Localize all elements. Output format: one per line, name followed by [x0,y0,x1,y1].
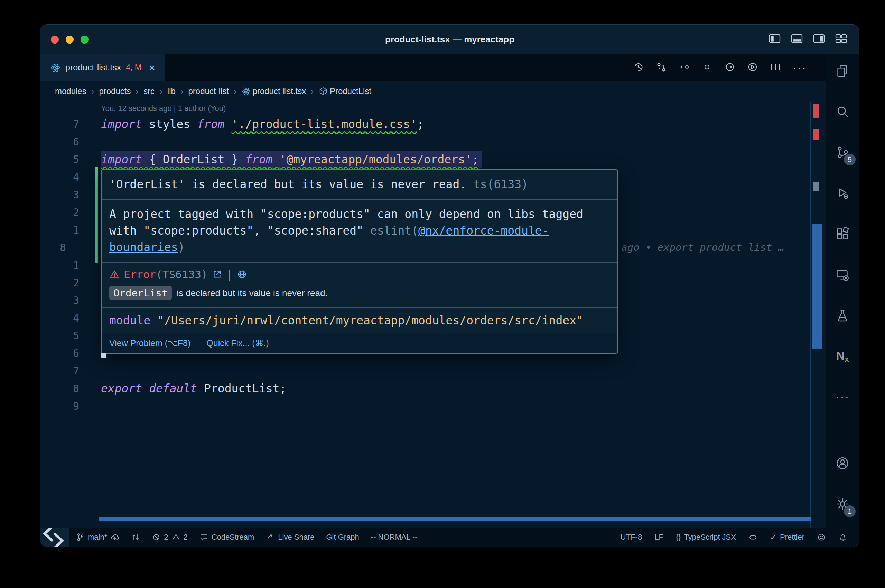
customize-layout-icon[interactable] [835,33,847,45]
feedback-smiley-icon [817,533,826,542]
breadcrumb-item[interactable]: product-list [188,86,228,96]
open-changes-icon[interactable] [656,62,667,74]
copilot-status-item[interactable] [748,533,757,542]
problems-item[interactable]: 2 2 [152,533,188,542]
search-icon[interactable] [829,98,856,125]
error-mark [813,129,819,140]
minimize-window-button[interactable] [66,36,74,44]
code-line: 8export default ProductList; [41,380,826,397]
source-control-icon[interactable]: 5 [829,138,856,166]
tooltip-module-row: module "/Users/juri/nrwl/content/myreact… [102,308,618,333]
git-graph-item[interactable]: Git Graph [326,533,359,542]
titlebar[interactable]: product-list.tsx — myreactapp [41,24,859,54]
globe-icon[interactable] [237,269,247,279]
git-branch-icon [76,533,85,542]
line-number: 6 [41,133,79,151]
line-number: 6 [41,345,79,362]
tooltip-detail-row: OrderList is declared but its value is n… [102,283,618,308]
rule-link[interactable]: @nx/enforce-module- [418,224,549,237]
traffic-lights [41,36,89,44]
breadcrumb-item[interactable]: products [99,86,131,96]
close-tab-icon[interactable]: × [149,63,155,73]
feedback-item[interactable] [817,533,826,542]
run-file-icon[interactable] [747,62,758,74]
settings-gear-icon[interactable]: 1 [829,490,856,518]
chevron-right-icon: › [233,86,237,97]
warning-icon [171,533,180,542]
breadcrumb-file[interactable]: product-list.tsx [242,86,306,96]
scm-badge: 5 [844,154,856,165]
line-number: 2 [41,204,79,221]
notifications-item[interactable] [838,533,847,542]
tab-product-list[interactable]: product-list.tsx 4, M × [41,54,165,81]
compare-changes-item[interactable] [131,533,140,542]
branch-status-item[interactable]: main* [76,533,119,542]
prev-change-icon[interactable] [679,62,690,74]
symbol-cube-icon [319,87,328,96]
code-line: 9 [41,397,826,415]
view-problem-link[interactable]: View Problem (⌥F8) [109,338,191,348]
breadcrumb-item[interactable]: lib [167,86,176,96]
vertical-scrollbar-thumb[interactable] [812,224,822,349]
code-content[interactable]: import { OrderList } from '@myreactapp/m… [101,151,482,168]
codelens-blame[interactable]: You, 12 seconds ago | 1 author (You) [41,102,826,116]
nx-console-icon[interactable]: Nx [829,342,856,370]
breadcrumb-item[interactable]: modules [55,86,86,96]
zoom-window-button[interactable] [81,36,89,44]
next-change-icon[interactable] [724,62,735,74]
symbol-chip: OrderList [109,286,172,300]
code-content[interactable]: import styles from './product-list.modul… [101,116,424,133]
braces-icon: {} [676,533,681,542]
tooltip-resize-grip[interactable] [101,353,106,358]
line-number: 4 [41,168,79,186]
remote-window-button[interactable] [41,528,69,546]
encoding-item[interactable]: UTF-8 [621,533,642,542]
code-line: 7import styles from './product-list.modu… [41,116,826,133]
quick-fix-link[interactable]: Quick Fix... (⌘.) [206,338,269,348]
line-number: 9 [41,397,79,415]
bell-icon [838,533,847,542]
prettier-item[interactable]: ✓Prettier [770,532,804,542]
explorer-icon[interactable] [829,57,856,85]
toggle-panel-icon[interactable] [790,33,803,45]
language-mode-item[interactable]: {}TypeScript JSX [676,533,736,542]
editor[interactable]: You, 12 seconds ago | 1 author (You) 7im… [41,102,826,528]
codestream-item[interactable]: CodeStream [200,533,254,542]
eol-item[interactable]: LF [654,533,663,542]
chevron-right-icon: › [159,86,163,97]
error-mark [813,104,819,118]
tab-bar: product-list.tsx 4, M × ··· [41,54,826,81]
account-icon[interactable] [829,450,856,477]
ruler-edge [810,102,811,528]
code-content[interactable]: export default ProductList; [101,380,286,397]
remote-explorer-icon[interactable] [829,261,856,288]
live-share-item[interactable]: Live Share [266,533,314,542]
line-number: 2 [41,274,79,292]
toggle-secondary-sidebar-icon[interactable] [813,33,825,45]
rule-link[interactable]: boundaries [109,240,178,254]
more-actions-icon[interactable]: ··· [793,61,807,74]
line-number: 3 [41,292,79,309]
close-window-button[interactable] [51,36,59,44]
run-debug-icon[interactable] [829,179,856,207]
open-external-icon[interactable] [212,269,222,279]
split-editor-icon[interactable] [770,62,781,74]
editor-actions: ··· [633,54,807,81]
horizontal-scrollbar[interactable] [99,517,811,521]
breadcrumb-symbol[interactable]: ProductList [319,86,371,96]
activity-bar: 5 Nx ··· 1 [826,54,859,528]
error-icon [152,533,161,542]
testing-icon[interactable] [829,302,856,329]
breadcrumb-item[interactable]: src [143,86,155,96]
line-number: 1 [41,256,79,274]
git-change-gutter-bar [95,166,98,262]
history-icon[interactable] [633,62,644,74]
extensions-icon[interactable] [829,220,856,248]
react-icon [242,87,251,96]
change-mark [813,182,819,191]
vim-mode-item[interactable]: -- NORMAL -- [371,533,418,542]
hover-tooltip: 'OrderList' is declared but its value is… [101,169,618,354]
more-views-icon[interactable]: ··· [829,383,856,411]
dot-circle-icon[interactable] [702,62,712,74]
toggle-sidebar-icon[interactable] [768,33,781,45]
